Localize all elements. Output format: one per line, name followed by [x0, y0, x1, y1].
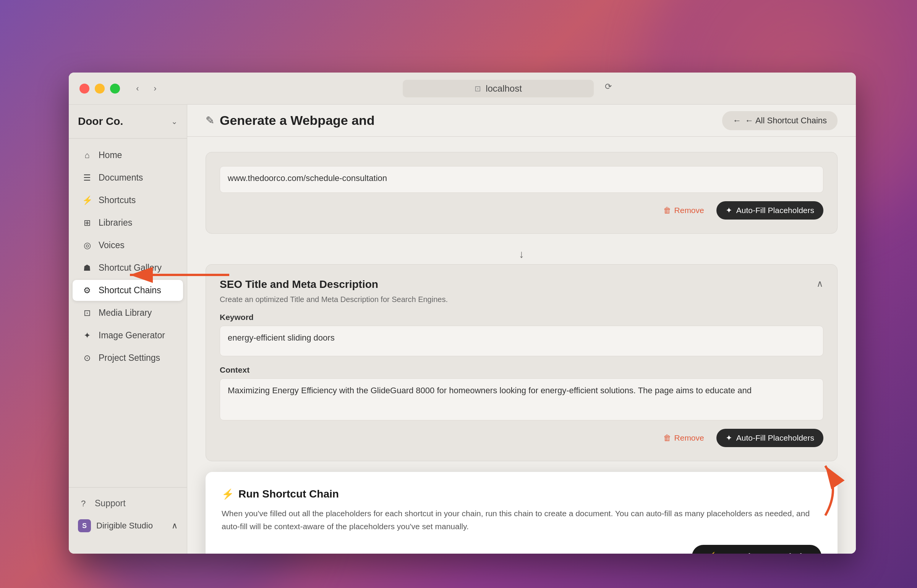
- sparkle-icon: ✦: [726, 206, 732, 215]
- url-autofill-button[interactable]: ✦ Auto-Fill Placeholders: [716, 201, 823, 220]
- display-icon: ⊡: [475, 84, 481, 93]
- page-title-area: ✎ Generate a Webpage and: [206, 113, 375, 128]
- seo-remove-label: Remove: [674, 433, 704, 443]
- url-card: www.thedoorco.com/schedule-consultation …: [206, 152, 838, 234]
- all-chains-button[interactable]: ← ← All Shortcut Chains: [722, 111, 838, 130]
- seo-card: SEO Title and Meta Description Create an…: [206, 264, 838, 461]
- sidebar-item-label: Home: [99, 150, 122, 160]
- workspace-left: S Dirigible Studio: [78, 519, 153, 532]
- arrow-down-icon: ↓: [519, 248, 524, 260]
- close-button[interactable]: [79, 84, 89, 94]
- traffic-lights: [79, 84, 120, 94]
- image-generator-icon: ✦: [82, 331, 92, 341]
- voices-icon: ◎: [82, 241, 92, 250]
- workspace-name: Dirigible Studio: [96, 521, 153, 531]
- documents-icon: ☰: [82, 173, 92, 183]
- sidebar-item-project-settings[interactable]: ⊙ Project Settings: [73, 347, 183, 368]
- sidebar-item-libraries[interactable]: ⊞ Libraries: [73, 212, 183, 233]
- sidebar-item-shortcuts[interactable]: ⚡ Shortcuts: [73, 190, 183, 211]
- shortcut-chains-icon: ⚙: [82, 286, 92, 296]
- forward-arrow[interactable]: ›: [148, 82, 162, 95]
- sparkle-icon: ✦: [726, 433, 732, 443]
- run-btn-label: Run Shortcut Chain: [722, 552, 808, 554]
- support-icon: ?: [78, 499, 89, 509]
- connector-arrow: ↓: [206, 244, 838, 264]
- trash-icon: 🗑: [663, 433, 671, 443]
- run-chain-popup: ⚡ Run Shortcut Chain When you've filled …: [206, 472, 838, 554]
- address-text: localhost: [486, 83, 522, 94]
- content-area: ✎ Generate a Webpage and ← ← All Shortcu…: [187, 105, 856, 554]
- seo-remove-button[interactable]: 🗑 Remove: [657, 430, 710, 446]
- shortcut-gallery-icon: ☗: [82, 263, 92, 273]
- minimize-button[interactable]: [95, 84, 105, 94]
- seo-card-title-group: SEO Title and Meta Description Create an…: [220, 278, 448, 305]
- sidebar-item-label: Shortcuts: [99, 195, 136, 205]
- back-arrow-icon: ←: [733, 116, 741, 126]
- seo-card-actions: 🗑 Remove ✦ Auto-Fill Placeholders: [220, 429, 823, 447]
- url-remove-button[interactable]: 🗑 Remove: [657, 202, 710, 219]
- keyword-input[interactable]: energy-efficient sliding doors: [220, 326, 823, 356]
- sidebar-item-shortcut-gallery[interactable]: ☗ Shortcut Gallery: [73, 257, 183, 278]
- workspace-item[interactable]: S Dirigible Studio ∧: [69, 514, 187, 538]
- run-btn-icon: ⚡: [706, 552, 717, 554]
- title-bar: ‹ › ⊡ localhost ⟳: [69, 73, 856, 105]
- content-header: ✎ Generate a Webpage and ← ← All Shortcu…: [187, 105, 856, 137]
- seo-autofill-label: Auto-Fill Placeholders: [736, 433, 814, 443]
- address-bar-container: ⊡ localhost ⟳: [173, 80, 845, 97]
- run-chain-action: ⚡ Run Shortcut Chain: [222, 545, 821, 554]
- keyword-label: Keyword: [220, 313, 823, 322]
- context-input[interactable]: Maximizing Energy Efficiency with the Gl…: [220, 378, 823, 420]
- sidebar-item-documents[interactable]: ☰ Documents: [73, 167, 183, 188]
- seo-card-chevron-icon[interactable]: ∧: [817, 278, 823, 289]
- context-label: Context: [220, 365, 823, 375]
- workspace-avatar: S: [78, 519, 91, 532]
- edit-icon: ✎: [206, 114, 214, 127]
- seo-card-title: SEO Title and Meta Description: [220, 278, 448, 291]
- page-title: Generate a Webpage and: [220, 113, 375, 128]
- sidebar-item-label: Libraries: [99, 218, 132, 228]
- trash-icon: 🗑: [663, 206, 671, 215]
- seo-autofill-button[interactable]: ✦ Auto-Fill Placeholders: [716, 429, 823, 447]
- back-arrow[interactable]: ‹: [131, 82, 144, 95]
- content-scroll[interactable]: www.thedoorco.com/schedule-consultation …: [187, 137, 856, 554]
- sidebar-item-home[interactable]: ⌂ Home: [73, 145, 183, 166]
- company-chevron-icon: ⌄: [171, 117, 178, 126]
- reload-button[interactable]: ⟳: [601, 80, 615, 94]
- address-bar[interactable]: ⊡ localhost: [403, 80, 594, 97]
- sidebar-item-label: Voices: [99, 240, 125, 250]
- sidebar-item-media-library[interactable]: ⊡ Media Library: [73, 302, 183, 323]
- sidebar-item-image-generator[interactable]: ✦ Image Generator: [73, 325, 183, 346]
- main-layout: Door Co. ⌄ ⌂ Home ☰ Documents ⚡ Shortcut…: [69, 105, 856, 554]
- seo-card-subtitle: Create an optimized Title and Meta Descr…: [220, 294, 448, 305]
- sidebar-item-label: Project Settings: [99, 353, 160, 363]
- sidebar-item-shortcut-chains[interactable]: ⚙ Shortcut Chains: [73, 280, 183, 301]
- run-chain-title: Run Shortcut Chain: [238, 488, 339, 500]
- support-label: Support: [95, 498, 126, 509]
- url-remove-label: Remove: [674, 206, 704, 215]
- run-chain-header: ⚡ Run Shortcut Chain: [222, 488, 821, 500]
- media-library-icon: ⊡: [82, 308, 92, 318]
- nav-arrows: ‹ ›: [131, 82, 162, 95]
- maximize-button[interactable]: [110, 84, 120, 94]
- sidebar-bottom: ? Support S Dirigible Studio ∧: [69, 487, 187, 543]
- support-item[interactable]: ? Support: [69, 493, 187, 514]
- url-input[interactable]: www.thedoorco.com/schedule-consultation: [220, 166, 823, 193]
- workspace-chevron-icon: ∧: [172, 521, 178, 531]
- sidebar-item-label: Documents: [99, 173, 143, 183]
- project-settings-icon: ⊙: [82, 353, 92, 363]
- url-card-actions: 🗑 Remove ✦ Auto-Fill Placeholders: [220, 201, 823, 220]
- browser-window: ‹ › ⊡ localhost ⟳ Door Co. ⌄ ⌂ Home ☰: [69, 73, 856, 554]
- company-header[interactable]: Door Co. ⌄: [69, 115, 187, 139]
- all-chains-label: ← All Shortcut Chains: [745, 116, 827, 126]
- shortcuts-icon: ⚡: [82, 195, 92, 205]
- seo-card-header: SEO Title and Meta Description Create an…: [220, 278, 823, 305]
- libraries-icon: ⊞: [82, 218, 92, 228]
- run-chain-description: When you've filled out all the placehold…: [222, 507, 821, 533]
- sidebar-item-voices[interactable]: ◎ Voices: [73, 235, 183, 256]
- run-shortcut-chain-button[interactable]: ⚡ Run Shortcut Chain: [692, 545, 821, 554]
- sidebar-item-label: Shortcut Chains: [99, 285, 161, 296]
- sidebar-item-label: Media Library: [99, 308, 152, 318]
- url-autofill-label: Auto-Fill Placeholders: [736, 206, 814, 215]
- sidebar: Door Co. ⌄ ⌂ Home ☰ Documents ⚡ Shortcut…: [69, 105, 187, 554]
- run-chain-icon: ⚡: [222, 488, 234, 500]
